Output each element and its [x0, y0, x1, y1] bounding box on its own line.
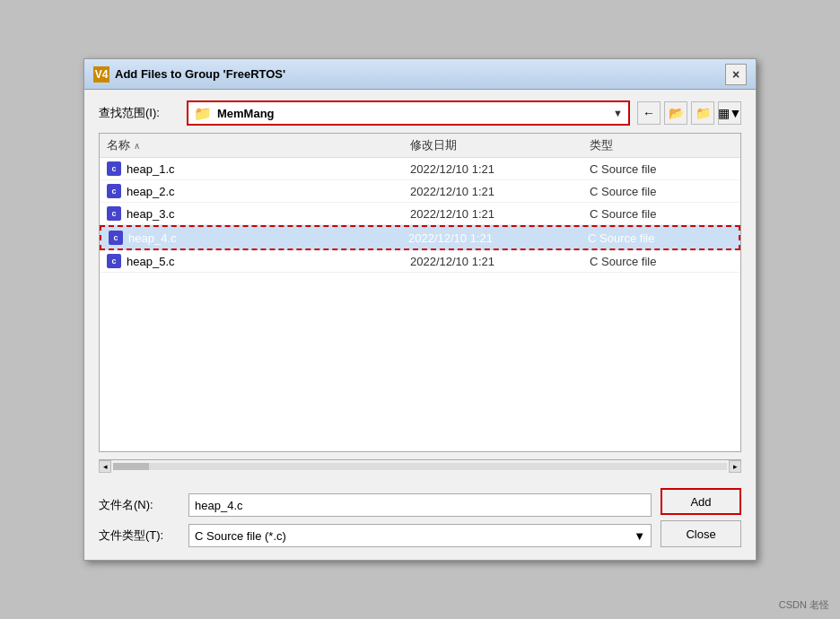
file-name: heap_1.c — [127, 162, 175, 176]
col-date: 修改日期 — [410, 137, 590, 153]
filename-input[interactable] — [188, 493, 652, 517]
view-button[interactable]: ▦▼ — [718, 101, 741, 125]
title-bar: V4 Add Files to Group 'FreeRTOS' × — [84, 59, 756, 90]
file-date: 2022/12/10 1:21 — [410, 255, 590, 268]
location-dropdown-arrow: ▼ — [613, 108, 623, 118]
file-name: heap_2.c — [127, 185, 175, 198]
sort-arrow: ∧ — [134, 141, 140, 151]
back-icon: ← — [643, 106, 655, 120]
file-name-cell: c heap_4.c — [109, 231, 408, 245]
location-combo[interactable]: 📁 MemMang ▼ — [187, 100, 630, 126]
file-list-container: 名称 ∧ 修改日期 类型 c heap_1.c 2022/12/10 1:21 … — [99, 133, 741, 452]
new-folder-icon: 📁 — [696, 106, 711, 120]
file-list: c heap_1.c 2022/12/10 1:21 C Source file… — [100, 158, 740, 273]
filetype-row: 文件类型(T): C Source file (*.c) ▼ — [99, 524, 652, 547]
file-type: C Source file — [588, 231, 731, 245]
location-value: MemMang — [217, 107, 608, 120]
file-list-header: 名称 ∧ 修改日期 类型 — [100, 134, 740, 158]
file-name: heap_4.c — [128, 231, 177, 245]
filename-label: 文件名(N): — [99, 497, 179, 513]
file-date: 2022/12/10 1:21 — [408, 231, 588, 245]
filetype-value: C Source file (*.c) — [195, 529, 286, 543]
file-name-cell: c heap_5.c — [107, 254, 410, 268]
close-dialog-button[interactable]: Close — [661, 520, 741, 547]
table-row[interactable]: c heap_2.c 2022/12/10 1:21 C Source file — [100, 180, 740, 203]
action-buttons: Add Close — [661, 488, 741, 547]
file-type: C Source file — [590, 255, 733, 268]
file-date: 2022/12/10 1:21 — [410, 207, 590, 221]
scroll-track — [113, 463, 727, 470]
up-folder-icon: 📂 — [669, 106, 684, 120]
table-row[interactable]: c heap_4.c 2022/12/10 1:21 C Source file — [100, 225, 740, 250]
location-row: 查找范围(I): 📁 MemMang ▼ ← 📂 📁 ▦▼ — [99, 100, 741, 126]
scroll-thumb — [113, 463, 149, 470]
scroll-right-button[interactable]: ▸ — [729, 460, 741, 473]
table-row[interactable]: c heap_3.c 2022/12/10 1:21 C Source file — [100, 203, 740, 225]
up-folder-button[interactable]: 📂 — [664, 101, 687, 125]
watermark: CSDN 老怪 — [779, 598, 829, 612]
new-folder-button[interactable]: 📁 — [691, 101, 714, 125]
back-button[interactable]: ← — [637, 101, 661, 125]
title-bar-left: V4 Add Files to Group 'FreeRTOS' — [93, 66, 285, 83]
scroll-left-button[interactable]: ◂ — [99, 460, 111, 473]
bottom-forms: 文件名(N): 文件类型(T): C Source file (*.c) ▼ — [99, 493, 652, 547]
filetype-dropdown-arrow: ▼ — [634, 529, 645, 543]
c-file-icon: c — [107, 184, 121, 198]
file-name-cell: c heap_1.c — [107, 161, 410, 176]
toolbar-icons: ← 📂 📁 ▦▼ — [637, 101, 741, 125]
c-file-icon: c — [107, 206, 121, 221]
col-name: 名称 ∧ — [107, 137, 410, 153]
file-type: C Source file — [590, 162, 733, 176]
dialog-title: Add Files to Group 'FreeRTOS' — [115, 67, 285, 81]
file-date: 2022/12/10 1:21 — [410, 162, 590, 176]
file-date: 2022/12/10 1:21 — [410, 185, 590, 198]
file-name: heap_5.c — [127, 255, 175, 268]
file-name-cell: c heap_3.c — [107, 206, 410, 221]
filetype-label: 文件类型(T): — [99, 527, 179, 544]
file-type: C Source file — [590, 185, 733, 198]
col-type: 类型 — [590, 137, 733, 153]
location-label: 查找范围(I): — [99, 105, 179, 121]
c-file-icon: c — [109, 231, 123, 245]
close-button[interactable]: × — [725, 64, 747, 85]
file-type: C Source file — [590, 207, 733, 221]
filename-row: 文件名(N): — [99, 493, 652, 517]
c-file-icon: c — [107, 254, 121, 268]
bottom-area: 文件名(N): 文件类型(T): C Source file (*.c) ▼ A… — [84, 483, 756, 560]
add-button[interactable]: Add — [661, 488, 741, 515]
file-name-cell: c heap_2.c — [107, 184, 410, 198]
c-file-icon: c — [107, 161, 121, 176]
view-icon: ▦▼ — [718, 106, 742, 120]
folder-icon: 📁 — [194, 105, 212, 122]
dialog-body: 查找范围(I): 📁 MemMang ▼ ← 📂 📁 ▦▼ — [84, 90, 756, 483]
horizontal-scrollbar[interactable]: ◂ ▸ — [99, 459, 741, 472]
table-row[interactable]: c heap_5.c 2022/12/10 1:21 C Source file — [100, 250, 740, 273]
filetype-combo[interactable]: C Source file (*.c) ▼ — [188, 524, 652, 547]
add-files-dialog: V4 Add Files to Group 'FreeRTOS' × 查找范围(… — [83, 58, 757, 561]
table-row[interactable]: c heap_1.c 2022/12/10 1:21 C Source file — [100, 158, 740, 180]
app-icon: V4 — [93, 66, 109, 83]
file-name: heap_3.c — [127, 207, 175, 221]
